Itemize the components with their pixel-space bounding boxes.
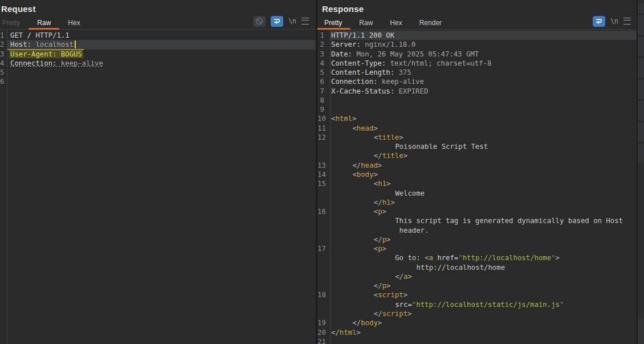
tab-raw[interactable]: Raw <box>28 16 59 30</box>
editor-menu-icon[interactable] <box>301 18 309 25</box>
code-line: Go to: <a href="http://localhost/home"> <box>317 253 637 262</box>
text-caret <box>75 41 76 49</box>
code-line: 20</html> <box>317 328 637 337</box>
code-line: header. <box>317 226 637 235</box>
code-line: 1GET / HTTP/1.1 <box>0 31 316 40</box>
tab-raw[interactable]: Raw <box>350 16 381 30</box>
response-tabs: PrettyRawHexRender <box>317 16 450 30</box>
tab-render[interactable]: Render <box>411 16 450 30</box>
tab-pretty[interactable]: Pretty <box>317 16 350 30</box>
code-line: Welcome <box>317 189 637 198</box>
code-line: 19 </body> <box>317 318 637 327</box>
response-header: Response PrettyRawHexRender \n <box>317 0 637 30</box>
code-line: 7X-Cache-Status: EXPIRED <box>317 87 637 96</box>
code-line: 15 <h1> <box>317 179 637 188</box>
request-editor-icons: \n <box>253 15 316 27</box>
line-number: 9 <box>317 105 324 114</box>
code-line: 17 <p> <box>317 244 637 253</box>
line-number: 5 <box>0 68 4 77</box>
response-editor-icons: \n <box>593 15 637 27</box>
response-editor[interactable]: 1HTTP/1.1 200 OK2Server: nginx/1.18.03Da… <box>317 30 637 344</box>
soft-wrap-icon[interactable] <box>593 16 605 27</box>
request-header: Request PrettyRawHex \n <box>0 0 316 30</box>
soft-wrap-icon[interactable] <box>271 16 283 27</box>
code-line: Poisonable Script Test <box>317 142 637 151</box>
code-line: </script> <box>317 309 637 318</box>
read-only-icon[interactable] <box>253 16 266 27</box>
code-line: 6 <box>0 77 316 86</box>
scrollbar-thumb[interactable] <box>638 3 644 163</box>
response-scrollbar[interactable] <box>638 0 644 344</box>
response-title: Response <box>322 4 364 14</box>
code-line: This script tag is generated dynamically… <box>317 216 637 225</box>
code-line: </title> <box>317 151 637 160</box>
response-panel: Response PrettyRawHexRender \n 1HTTP/1.1… <box>317 0 637 344</box>
code-line: 3User-Agent: BOGUS <box>0 50 316 59</box>
code-line: 11 <head> <box>317 124 637 133</box>
code-line: 3Date: Mon, 26 May 2025 05:47:43 GMT <box>317 50 637 59</box>
code-line: </p> <box>317 281 637 290</box>
code-line: 6Connection: keep-alive <box>317 77 637 86</box>
code-line: </p> <box>317 235 637 244</box>
show-newlines-icon[interactable]: \n <box>288 17 296 25</box>
tab-pretty[interactable]: Pretty <box>0 16 28 30</box>
code-line: </h1> <box>317 198 637 207</box>
tab-hex[interactable]: Hex <box>381 16 410 30</box>
code-line: 16 <p> <box>317 207 637 216</box>
code-line: 8 <box>317 96 637 105</box>
code-line: 21 <box>317 337 637 344</box>
code-line: 1HTTP/1.1 200 OK <box>317 31 637 40</box>
selection-top-border <box>7 49 84 50</box>
code-line: 9 <box>317 105 637 114</box>
request-title: Request <box>1 4 36 14</box>
request-gutter-divider <box>7 30 7 344</box>
code-line: 4Connection: keep-alive <box>0 59 316 68</box>
line-number: 8 <box>317 96 324 105</box>
code-line: src="http://localhost/static/js/main.js" <box>317 300 637 309</box>
code-line: 5 <box>0 68 316 77</box>
code-line: 12 <title> <box>317 133 637 142</box>
code-line: 13 </head> <box>317 161 637 170</box>
request-editor[interactable]: 1GET / HTTP/1.12Host: localhost3User-Age… <box>0 30 316 344</box>
line-number: 6 <box>0 77 4 86</box>
show-newlines-icon[interactable]: \n <box>610 17 618 25</box>
response-gutter-divider <box>330 30 331 344</box>
editor-menu-icon[interactable] <box>623 18 631 25</box>
code-line: 18 <script> <box>317 290 637 300</box>
line-number: 21 <box>317 337 324 344</box>
request-tabs: PrettyRawHex <box>0 16 89 30</box>
scrollbar-bottom <box>638 318 644 344</box>
code-line: http://localhost/home <box>317 263 637 272</box>
code-line: 2Server: nginx/1.18.0 <box>317 40 637 49</box>
code-line: 4Content-Type: text/html; charset=utf-8 <box>317 59 637 68</box>
code-line: 10<html> <box>317 114 637 123</box>
code-line: 14 <body> <box>317 170 637 179</box>
tab-hex[interactable]: Hex <box>59 16 88 30</box>
code-line: </a> <box>317 272 637 281</box>
request-panel: Request PrettyRawHex \n 1GET / HTTP/1.12… <box>0 0 316 344</box>
code-line: 2Host: localhost <box>0 40 316 49</box>
code-line: 5Content-Length: 375 <box>317 68 637 77</box>
